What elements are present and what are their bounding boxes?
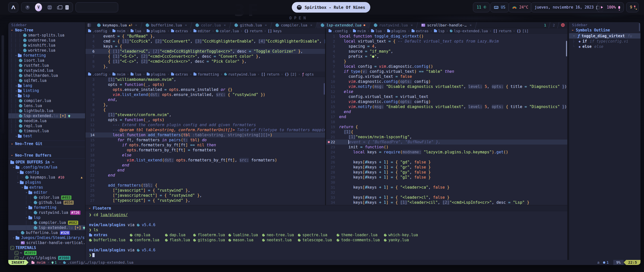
audio-visualizer-widget[interactable]: [75, 2, 118, 12]
ls-entry[interactable]: telescope.lua: [298, 237, 337, 243]
tab-keymaps-lua[interactable]: keymaps.lua▲3×: [93, 22, 141, 28]
tree-item[interactable]: └ scrollbar-handle-vertical.p: [8, 240, 85, 245]
tree-item[interactable]: │ │ lens.lua: [8, 103, 85, 108]
tree-item[interactable]: │ │ isort.lua: [8, 58, 85, 63]
breadcrumb-lsp-extended[interactable]: .config›nvim›lua›plugins›extras›lsp›lsp-…: [326, 28, 567, 34]
tree-item[interactable]: │ │ │ smart-splits.lua: [8, 33, 85, 38]
tab-close-icon[interactable]: ×: [470, 23, 472, 27]
breadcrumb-segment[interactable]: []return: [261, 72, 279, 76]
editor-pane-color[interactable]: 3 event = { "BufRead" },4 cmd = { [1]"Cc…: [86, 34, 325, 72]
workspace-active-icon[interactable]: V: [35, 3, 42, 11]
ls-entry[interactable]: flash.lua: [165, 237, 193, 243]
tree-item[interactable]: │ │ lsp-extended.lu[+]: [8, 113, 85, 118]
app-launcher-button[interactable]: Λ: [8, 2, 18, 12]
ls-entry[interactable]: floaterm.lua: [193, 232, 228, 237]
date-widget[interactable]: jueves, noviembre 16, 2023: [531, 2, 603, 12]
workspace-globe-icon[interactable]: [25, 5, 30, 10]
tab-close-icon[interactable]: ×: [135, 23, 137, 27]
breadcrumb-segment[interactable]: .config: [88, 72, 107, 76]
ls-entry[interactable]: bufferline.lua: [89, 237, 130, 243]
ls-entry[interactable]: spectre.lua: [298, 232, 337, 237]
tab-rustywind-lua[interactable]: rustywind.lua×: [370, 22, 417, 28]
tree-item[interactable]: │ │ compiler.lua#682: [8, 220, 85, 225]
breadcrumb-segment[interactable]: nvim: [112, 29, 125, 33]
tree-item[interactable]: ›test: [8, 133, 85, 139]
breadcrumb-color[interactable]: .config›nvim›lua›plugins›extras›editor›c…: [86, 28, 325, 34]
tree-item[interactable]: ›_~/.c/n/l/plugins#3980: [8, 255, 85, 260]
ls-entry[interactable]: mason.lua: [228, 237, 262, 243]
breadcrumb-segment[interactable]: extras: [171, 29, 188, 33]
tree-item[interactable]: │ │ rustywind.lua: [8, 68, 85, 73]
breadcrumb-segment[interactable]: extras: [171, 72, 188, 76]
ls-entry[interactable]: extras: [89, 232, 130, 237]
ls-entry[interactable]: conform.lua: [130, 237, 165, 243]
scrollbar-handle[interactable]: [324, 83, 325, 95]
editor-pane-lsp-extended[interactable]: 1local function toggle_diag_virtext()2 l…: [326, 34, 567, 205]
symbols-outline-header[interactable]: › Symbols Outline: [569, 28, 640, 33]
updates-widget[interactable]: 11 ©: [473, 2, 490, 12]
breadcrumb-segment[interactable]: ƒopts: [302, 72, 314, 76]
keyboard-layout-widget[interactable]: US: [490, 2, 509, 12]
neotree-buffers-section-header[interactable]: › Neo-Tree Buffers: [8, 152, 85, 159]
breadcrumb-segment[interactable]: lua: [131, 29, 141, 33]
symbol-item[interactable]: ├ ◈ifif type(config.vi: [569, 39, 640, 44]
tree-item[interactable]: │ │ rustfmt.lua: [8, 63, 85, 68]
breadcrumb-segment[interactable]: lua: [131, 72, 141, 76]
tree-item[interactable]: │ │ │ undotree.lua: [8, 38, 85, 43]
tree-item[interactable]: │ │ │ winshift.lua: [8, 43, 85, 48]
breadcrumb-segment[interactable]: formatting: [193, 72, 219, 76]
tree-item[interactable]: ›lsp: [8, 215, 85, 220]
scrollbar-handle[interactable]: [566, 41, 567, 56]
breadcrumb-segment[interactable]: lsp-extended.lua: [450, 29, 488, 33]
tree-item[interactable]: │ │ color.lua#493: [8, 195, 85, 200]
tree-item[interactable]: │ ›lang: [8, 83, 85, 88]
workspace-copy-icon[interactable]: [57, 6, 60, 9]
ls-entry[interactable]: which-key.lua: [384, 232, 422, 237]
neotree-git-section-header[interactable]: › Neo-Tree Git: [8, 141, 85, 147]
tree-item[interactable]: │ │ lightbulb.lua: [8, 108, 85, 113]
notifications-widget[interactable]: 9: [626, 2, 639, 12]
breadcrumb-segment[interactable]: color.lua: [216, 29, 239, 33]
breadcrumb-segment[interactable]: lsp: [434, 29, 445, 33]
tree-item[interactable]: ›formatting: [8, 205, 85, 210]
tree-item[interactable]: │ ›lsp: [8, 93, 85, 98]
tab-close-icon[interactable]: ×: [224, 23, 226, 27]
tab-close-icon[interactable]: ×: [411, 23, 413, 27]
symbol-item[interactable]: ›ƒtoggle_diag_virtextfu: [569, 33, 640, 39]
tree-item[interactable]: │ │ neodim.lua: [8, 118, 85, 123]
breadcrumb-segment[interactable]: extras: [412, 29, 429, 33]
tab-lsp-extended-lua[interactable]: lsp-extended.lua●: [317, 22, 369, 28]
scrollbar-handle[interactable]: [639, 23, 640, 31]
now-playing-widget[interactable]: Spiritbox - Rule Of Nines: [292, 2, 370, 13]
tab-compiler-lua[interactable]: compiler.lua×: [271, 22, 316, 28]
breadcrumb-segment[interactable]: editor: [193, 29, 211, 33]
breadcrumb-segment[interactable]: rustywind.lua: [224, 72, 256, 76]
tree-item[interactable]: │ │ └ worktree.lua: [8, 48, 85, 53]
tree-item[interactable]: OPEN BUFFERS in ~: [8, 160, 85, 165]
ls-entry[interactable]: yanky.lua: [384, 237, 422, 243]
ls-entry[interactable]: dap.lua: [165, 232, 193, 237]
ls-entry[interactable]: neo-tree.lua: [262, 232, 298, 237]
tab-page-number[interactable]: 2: [550, 23, 558, 27]
audio-widget[interactable]: 100%: [597, 2, 624, 12]
breadcrumb-segment[interactable]: nvim: [112, 72, 125, 76]
editor-pane-rustywind[interactable]: 3 [1]"williamboman/mason.nvim",4 opts = …: [86, 77, 325, 205]
tree-item[interactable]: ›extras: [8, 185, 85, 190]
tree-item[interactable]: │ └ rustywind.lua#726: [8, 210, 85, 215]
ls-entry[interactable]: cmp.lua: [130, 232, 165, 237]
tab-page-number[interactable]: 1: [541, 23, 549, 27]
breadcrumb-segment[interactable]: []return: [493, 29, 511, 33]
tree-item[interactable]: └ bufferline.lua#328: [8, 230, 85, 235]
breadcrumb-segment[interactable]: plugins: [147, 29, 166, 33]
tab-close-icon[interactable]: ×: [265, 23, 267, 27]
tab-github-lua[interactable]: github.lua×: [230, 22, 271, 28]
tree-item[interactable]: ›.config/nvim/lua: [8, 165, 85, 170]
tree-item[interactable]: │ │ compiler.lua: [8, 98, 85, 103]
workspace-doc-icon[interactable]: [65, 5, 69, 10]
tab-color-lua[interactable]: color.lua×: [191, 22, 230, 28]
panel-toggle-icon[interactable]: [88, 23, 91, 27]
breadcrumb-segment[interactable]: .config: [88, 29, 107, 33]
tree-item[interactable]: │ └ keymaps.lua#10▲: [8, 175, 85, 180]
ls-entry[interactable]: gitsigns.lua: [193, 237, 228, 243]
tree-item[interactable]: │ └ lsp-extended.lu [+]: [8, 225, 85, 230]
